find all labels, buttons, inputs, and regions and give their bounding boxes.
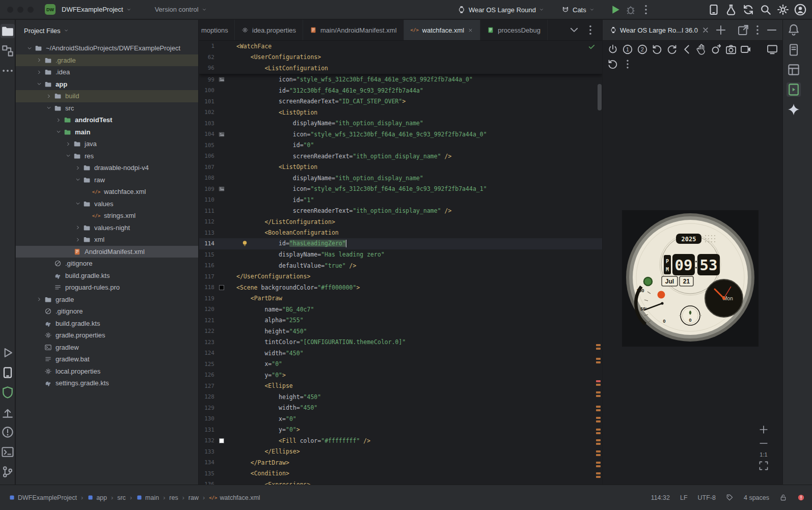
code-line-126[interactable]: 126 y="0"> (199, 370, 602, 381)
image-preview-icon[interactable] (217, 131, 226, 138)
chevron-down-icon[interactable] (64, 153, 72, 159)
line-separator[interactable]: LF (680, 494, 688, 501)
window-minimize-button[interactable] (17, 7, 23, 13)
indent-setting[interactable]: 4 spaces (744, 494, 769, 501)
code-line-111[interactable]: 111 screenReaderText="ith_option_display… (199, 206, 602, 217)
chevron-down-icon[interactable] (73, 201, 82, 207)
code-line-106[interactable]: 106 screenReaderText="ith_option_display… (199, 151, 602, 162)
tree-item-res[interactable]: res (16, 150, 198, 162)
code-line-109[interactable]: 109 icon="style_wfs_312c30bf_f64a_461e_9… (199, 184, 602, 195)
hide-panel-icon[interactable] (765, 23, 778, 37)
close-tab-icon[interactable] (701, 25, 710, 35)
zoom-to-fit-icon[interactable] (758, 460, 769, 471)
change-marker[interactable] (596, 454, 601, 456)
device-selector[interactable]: Wear OS Large Round (453, 4, 548, 16)
terminal-icon[interactable] (1, 445, 15, 459)
change-marker[interactable] (596, 361, 601, 363)
tree-item-gitignore[interactable]: .gitignore (16, 305, 198, 318)
code-line-116[interactable]: 116 defaultValue="true" /> (199, 260, 602, 271)
layout-inspector-icon[interactable] (787, 63, 801, 77)
kebab-icon[interactable] (621, 58, 634, 70)
tree-item-gradle-properties[interactable]: gradle.properties (16, 329, 198, 342)
tree-item-main[interactable]: main (16, 126, 198, 138)
window-close-button[interactable] (7, 7, 13, 13)
code-line-108[interactable]: 108 displayName="ith_option_display_name… (199, 173, 602, 184)
tree-item-values-night[interactable]: values-night (16, 222, 198, 234)
device-explorer-icon[interactable] (787, 43, 801, 57)
chevron-right-icon[interactable] (64, 141, 72, 147)
tree-item-java[interactable]: java (16, 138, 198, 150)
device-manager-icon[interactable] (1, 365, 15, 380)
intention-bulb-icon[interactable] (241, 240, 249, 249)
chevron-down-icon[interactable] (44, 105, 53, 111)
gemini-icon[interactable] (787, 102, 801, 117)
code-line-114[interactable]: 114 id="hasLeadingZero" (199, 238, 602, 249)
tab-idea-properties[interactable]: idea.properties (235, 20, 303, 40)
tree-item-settings-gradle-kts[interactable]: settings.gradle.kts (16, 377, 198, 389)
run-button[interactable] (609, 3, 622, 16)
change-marker[interactable] (596, 395, 601, 397)
screen-record-icon[interactable] (740, 43, 752, 55)
code-line-96[interactable]: 96 <ListConfiguration (199, 63, 602, 74)
code-line-105[interactable]: 105 id="0" (199, 140, 602, 151)
code-line-115[interactable]: 115 displayName="Has leading zero" (199, 249, 602, 261)
tree-item-build[interactable]: build (16, 90, 198, 102)
code-line-100[interactable]: 100 id="312c30bf_f64a_461e_9c93_992f2fb7… (199, 85, 602, 96)
change-marker[interactable] (596, 420, 601, 422)
code-line-120[interactable]: 120 name="BG_40c7" (199, 304, 602, 315)
tree-item-local-properties[interactable]: local.properties (16, 365, 198, 378)
code-line-136[interactable]: 136 <Expressions> (199, 479, 602, 485)
project-view-header[interactable]: Project Files (16, 20, 198, 41)
open-in-window-icon[interactable] (737, 23, 750, 37)
tilt-icon[interactable] (710, 43, 722, 55)
button1-icon[interactable]: 1 (621, 43, 634, 55)
code-line-104[interactable]: 104 icon="style_wfs_312c30bf_f64a_461e_9… (199, 129, 602, 140)
build-icon[interactable] (1, 405, 15, 419)
zoom-out-button[interactable] (758, 438, 769, 449)
camera-icon[interactable] (725, 43, 737, 55)
tree-item-values[interactable]: values (16, 198, 198, 210)
reset-icon[interactable] (607, 58, 619, 70)
change-marker[interactable] (596, 344, 601, 346)
code-line-135[interactable]: 135 <Condition> (199, 468, 602, 479)
caret-position[interactable]: 114:32 (651, 494, 670, 501)
zoom-in-button[interactable] (758, 424, 769, 435)
code-line-119[interactable]: 119 <PartDraw (199, 293, 602, 304)
tree-item-app[interactable]: app (16, 78, 198, 91)
search-icon[interactable] (759, 3, 772, 16)
tab-moptions[interactable]: moptions (199, 20, 235, 40)
tree-item-raw[interactable]: raw (16, 174, 198, 186)
code-editor[interactable]: 1<WatchFace62 <UserConfigurations>96 <Li… (199, 41, 602, 485)
error-badge[interactable] (797, 494, 805, 501)
editor-scrollbar[interactable] (598, 84, 602, 110)
chevron-right-icon[interactable] (35, 69, 43, 75)
change-marker[interactable] (596, 391, 601, 393)
breadcrumb-src[interactable]: src (116, 493, 127, 502)
rotate-ccw-icon[interactable] (651, 43, 663, 55)
running-devices-tab[interactable]: Wear OS Large Ro...l 36.0 (607, 20, 713, 40)
chevron-down-icon[interactable] (35, 81, 43, 87)
breadcrumb-watchface-xml[interactable]: </>watchface.xml (207, 493, 261, 502)
change-marker[interactable] (596, 417, 601, 419)
project-icon[interactable] (1, 24, 15, 38)
change-marker[interactable] (596, 384, 601, 386)
running-devices-icon[interactable] (787, 82, 801, 97)
back-icon[interactable] (681, 43, 693, 55)
code-line-130[interactable]: 130 x="0" (199, 413, 602, 424)
code-line-132[interactable]: 132 <Fill color="#ffffffff" /> (199, 435, 602, 446)
tree-item-androidstudioprojects-dwfexampleproject[interactable]: ~/AndroidStudioProjects/DWFExampleProjec… (16, 42, 198, 54)
change-marker[interactable] (596, 476, 601, 478)
breadcrumb-res[interactable]: res (168, 493, 179, 502)
tree-item-androidmanifest-xml[interactable]: AndroidManifest.xml (16, 246, 198, 258)
window-zoom-button[interactable] (28, 7, 34, 13)
change-marker[interactable] (596, 380, 601, 382)
profiler-icon[interactable] (624, 3, 637, 16)
color-swatch-black[interactable] (217, 285, 226, 290)
change-marker[interactable] (596, 465, 601, 467)
bug-report-icon[interactable] (724, 3, 738, 16)
run-configuration-selector[interactable]: Cats (557, 4, 599, 16)
chevron-right-icon[interactable] (73, 165, 82, 171)
change-marker[interactable] (596, 439, 601, 441)
chevron-down-icon[interactable] (73, 177, 82, 183)
code-line-129[interactable]: 129 width="450" (199, 403, 602, 414)
